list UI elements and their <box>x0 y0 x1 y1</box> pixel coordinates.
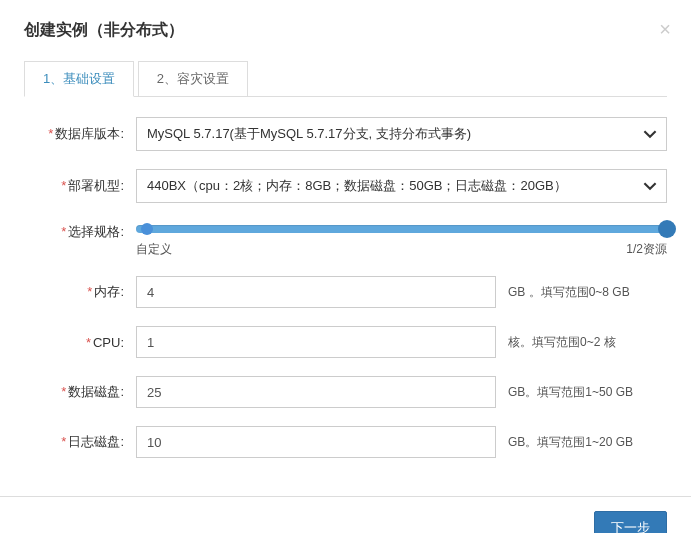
create-instance-modal: × 创建实例（非分布式） 1、基础设置 2、容灾设置 *数据库版本: MySQL… <box>0 0 691 496</box>
hint-memory: GB 。填写范围0~8 GB <box>508 284 630 301</box>
spec-slider[interactable]: 自定义 1/2资源 <box>136 221 667 258</box>
memory-input[interactable] <box>136 276 496 308</box>
select-db-version[interactable]: MySQL 5.7.17(基于MySQL 5.7.17分支, 支持分布式事务) <box>136 117 667 151</box>
row-db-version: *数据库版本: MySQL 5.7.17(基于MySQL 5.7.17分支, 支… <box>24 117 667 151</box>
slider-label-left: 自定义 <box>136 241 172 258</box>
modal-footer: 下一步 <box>0 496 691 533</box>
row-spec: *选择规格: 自定义 1/2资源 <box>24 221 667 258</box>
tab-basic-settings[interactable]: 1、基础设置 <box>24 61 134 97</box>
slider-label-right: 1/2资源 <box>626 241 667 258</box>
label-log-disk: *日志磁盘: <box>24 433 136 451</box>
next-button[interactable]: 下一步 <box>594 511 667 533</box>
data-disk-input[interactable] <box>136 376 496 408</box>
close-icon[interactable]: × <box>659 18 671 41</box>
cpu-input[interactable] <box>136 326 496 358</box>
label-cpu: *CPU: <box>24 335 136 350</box>
slider-track[interactable] <box>136 225 667 233</box>
log-disk-input[interactable] <box>136 426 496 458</box>
label-memory: *内存: <box>24 283 136 301</box>
hint-cpu: 核。填写范围0~2 核 <box>508 334 616 351</box>
hint-log-disk: GB。填写范围1~20 GB <box>508 434 633 451</box>
slider-tick-left <box>141 223 153 235</box>
select-db-version-value: MySQL 5.7.17(基于MySQL 5.7.17分支, 支持分布式事务) <box>136 117 667 151</box>
row-data-disk: *数据磁盘: GB。填写范围1~50 GB <box>24 376 667 408</box>
label-spec: *选择规格: <box>24 221 136 241</box>
row-log-disk: *日志磁盘: GB。填写范围1~20 GB <box>24 426 667 458</box>
row-deploy-model: *部署机型: 440BX（cpu：2核；内存：8GB；数据磁盘：50GB；日志磁… <box>24 169 667 203</box>
row-memory: *内存: GB 。填写范围0~8 GB <box>24 276 667 308</box>
label-data-disk: *数据磁盘: <box>24 383 136 401</box>
select-deploy-model[interactable]: 440BX（cpu：2核；内存：8GB；数据磁盘：50GB；日志磁盘：20GB） <box>136 169 667 203</box>
row-cpu: *CPU: 核。填写范围0~2 核 <box>24 326 667 358</box>
slider-labels: 自定义 1/2资源 <box>136 241 667 258</box>
modal-title: 创建实例（非分布式） <box>24 20 667 41</box>
hint-data-disk: GB。填写范围1~50 GB <box>508 384 633 401</box>
slider-handle[interactable] <box>658 220 676 238</box>
tab-dr-settings[interactable]: 2、容灾设置 <box>138 61 248 96</box>
tab-bar: 1、基础设置 2、容灾设置 <box>24 61 667 97</box>
select-deploy-model-value: 440BX（cpu：2核；内存：8GB；数据磁盘：50GB；日志磁盘：20GB） <box>136 169 667 203</box>
label-db-version: *数据库版本: <box>24 125 136 143</box>
label-deploy-model: *部署机型: <box>24 177 136 195</box>
